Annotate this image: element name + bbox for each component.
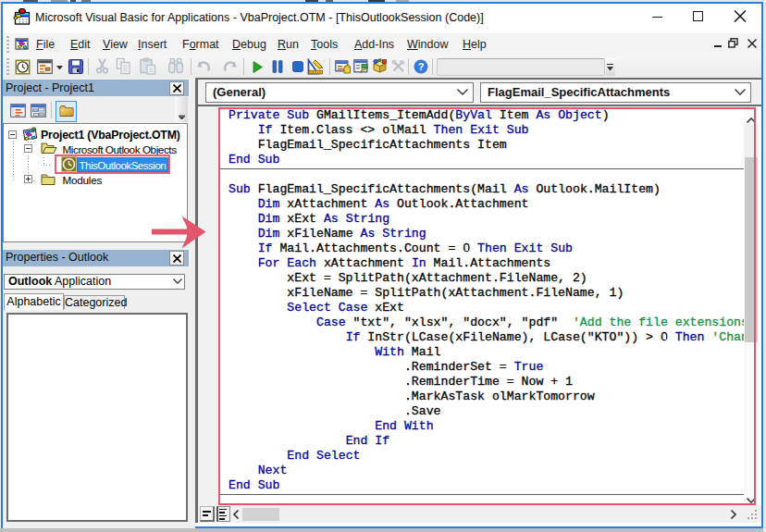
- svg-text:?: ?: [418, 61, 425, 72]
